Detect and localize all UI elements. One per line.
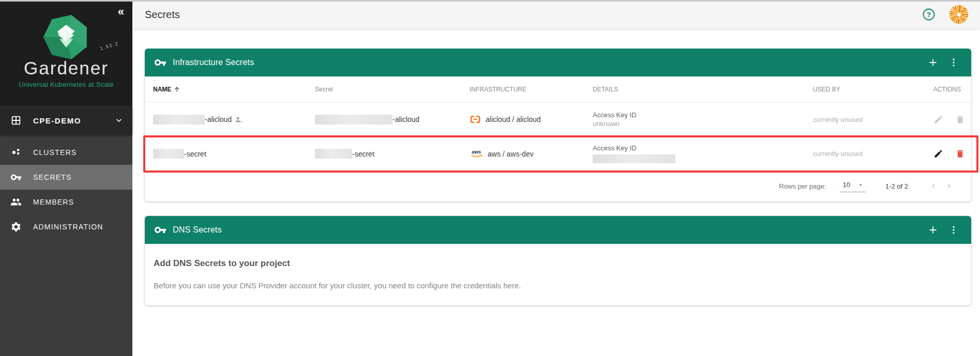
cell-secret: -secret <box>307 149 461 159</box>
table-row-alicloud[interactable]: -alicloud -alicloud <box>145 102 971 136</box>
sidebar-item-label: MEMBERS <box>33 198 74 206</box>
chevron-right-icon <box>944 181 954 191</box>
edit-button-disabled[interactable] <box>929 110 947 129</box>
trash-icon <box>955 149 965 159</box>
previous-page-button[interactable] <box>926 178 941 194</box>
dropdown-arrow-icon <box>857 182 864 188</box>
redacted-secret <box>315 149 352 159</box>
rows-per-page-select[interactable]: 10 <box>839 180 865 192</box>
gear-icon <box>10 221 22 233</box>
pencil-icon <box>933 149 943 159</box>
project-label: CPE-DEMO <box>33 116 114 125</box>
trash-icon <box>955 115 965 125</box>
page-title: Secrets <box>145 9 180 21</box>
user-avatar[interactable] <box>949 5 969 24</box>
column-header-actions: ACTIONS <box>921 86 971 93</box>
brand-name: Gardener <box>24 58 109 79</box>
sidebar-brand-area: « Gardener 1.52.2 Universal Kubernetes a… <box>0 0 132 106</box>
card-menu-button[interactable] <box>943 220 964 240</box>
brand-version: 1.52.2 <box>99 41 119 51</box>
sort-ascending-icon <box>173 86 180 93</box>
key-icon <box>154 224 167 236</box>
cell-details: Access Key ID <box>584 144 805 163</box>
key-icon <box>10 172 22 183</box>
table-pagination: Rows per page: 10 1-2 of 2 <box>145 171 971 202</box>
sidebar: « Gardener 1.52.2 Universal Kubernetes a… <box>0 0 132 356</box>
column-header-infrastructure: INFRASTRUCTURE <box>461 86 584 93</box>
plus-icon <box>927 57 939 68</box>
redacted-secret <box>315 115 393 125</box>
cell-infrastructure: aws aws / aws-dev <box>461 149 584 159</box>
dns-secrets-card: DNS Secrets Add DNS Secrets to your proj… <box>145 216 971 305</box>
redacted-name <box>153 149 184 159</box>
secrets-table: NAME Secret INFRASTRUCTURE DETAILS USED … <box>145 76 971 171</box>
redacted-name <box>153 115 205 125</box>
column-header-details: DETAILS <box>584 86 805 93</box>
members-icon <box>10 196 22 208</box>
redacted-access-key <box>593 154 675 163</box>
sidebar-item-clusters[interactable]: CLUSTERS <box>0 140 132 165</box>
pagination-range: 1-2 of 2 <box>885 182 908 190</box>
sidebar-item-administration[interactable]: ADMINISTRATION <box>0 214 132 239</box>
dots-vertical-icon <box>948 57 959 68</box>
next-page-button[interactable] <box>941 178 957 194</box>
infrastructure-secrets-header: Infrastructure Secrets <box>145 49 971 76</box>
dns-description: Before you can use your DNS Provider acc… <box>154 281 959 290</box>
dns-card-body: Add DNS Secrets to your project Before y… <box>145 244 971 305</box>
add-dns-secret-button[interactable] <box>923 220 943 240</box>
main-area: Secrets ? Infrastructure Secrets <box>132 0 980 356</box>
cell-details: Access Key ID unknown <box>584 111 805 128</box>
sidebar-nav: CLUSTERS SECRETS MEMBERS ADMINISTRATION <box>0 135 132 239</box>
svg-text:aws: aws <box>472 149 481 154</box>
app-window: « Gardener 1.52.2 Universal Kubernetes a… <box>0 0 980 356</box>
content: Infrastructure Secrets <box>132 29 980 356</box>
clusters-icon <box>10 147 22 158</box>
chevron-left-icon <box>929 181 938 191</box>
plus-icon <box>927 224 939 236</box>
sidebar-collapse-button[interactable]: « <box>118 6 124 18</box>
column-header-name[interactable]: NAME <box>145 86 307 93</box>
cell-actions <box>921 110 976 129</box>
add-secret-button[interactable] <box>923 52 943 73</box>
sidebar-item-label: CLUSTERS <box>33 148 77 157</box>
top-border-strip <box>0 0 980 2</box>
delete-button-disabled[interactable] <box>951 110 969 129</box>
cell-secret: -alicloud <box>307 115 461 125</box>
sidebar-item-label: ADMINISTRATION <box>33 223 103 231</box>
chevron-down-icon <box>114 115 124 126</box>
topbar: Secrets ? <box>132 0 980 29</box>
cell-actions <box>921 145 976 163</box>
sidebar-item-secrets[interactable]: SECRETS <box>0 165 132 190</box>
table-row-aws[interactable]: -secret -secret aws aws / aws-dev <box>145 136 971 171</box>
rows-per-page-label: Rows per page: <box>779 182 826 190</box>
sidebar-item-label: SECRETS <box>33 173 72 181</box>
gardener-logo <box>42 12 90 60</box>
cell-infrastructure: alicloud / alicloud <box>461 114 584 125</box>
cell-name: -secret <box>145 149 307 159</box>
edit-button[interactable] <box>929 145 947 163</box>
project-grid-icon <box>10 115 22 126</box>
column-header-secret: Secret <box>307 86 461 93</box>
column-header-usedby: USED BY <box>805 86 921 93</box>
help-icon[interactable]: ? <box>922 8 936 21</box>
cell-name: -alicloud <box>145 115 307 125</box>
key-icon <box>154 56 167 69</box>
table-header-row: NAME Secret INFRASTRUCTURE DETAILS USED … <box>145 76 971 102</box>
delete-button[interactable] <box>951 145 969 163</box>
cell-usedby: currently unused <box>805 150 921 158</box>
pencil-icon <box>933 115 943 125</box>
card-title: DNS Secrets <box>173 225 923 235</box>
dns-heading: Add DNS Secrets to your project <box>154 258 959 269</box>
cell-usedby: currently unused <box>805 116 921 123</box>
aws-logo: aws <box>470 149 483 159</box>
shared-secret-icon <box>235 116 243 123</box>
project-selector[interactable]: CPE-DEMO <box>0 106 132 135</box>
alicloud-logo <box>470 114 481 125</box>
sidebar-item-members[interactable]: MEMBERS <box>0 190 132 214</box>
card-menu-button[interactable] <box>943 52 964 73</box>
svg-text:?: ? <box>927 11 931 19</box>
dots-vertical-icon <box>948 225 959 235</box>
card-title: Infrastructure Secrets <box>173 58 923 67</box>
brand-tagline: Universal Kubernetes at Scale <box>19 81 114 88</box>
infrastructure-secrets-card: Infrastructure Secrets <box>145 49 971 202</box>
